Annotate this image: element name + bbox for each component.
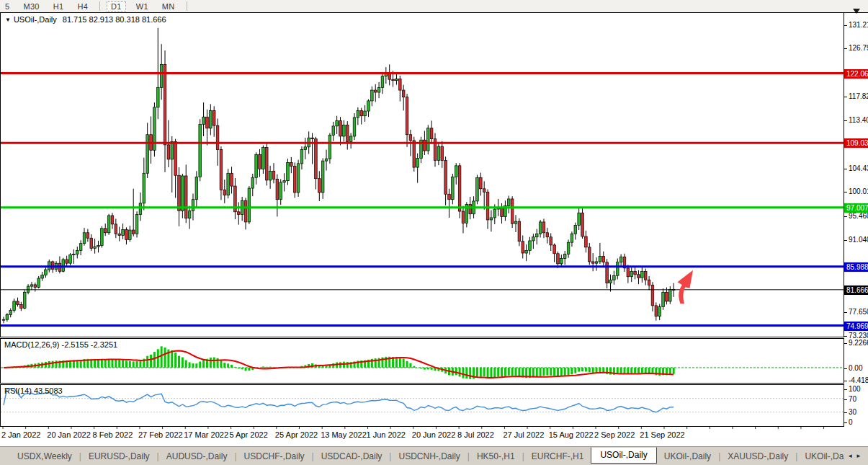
axis-tick-label: 100.010 [849,187,868,195]
macd-tick: -4.4188 [844,376,868,385]
timeframe-button-d1[interactable]: D1 [107,1,126,12]
chart-tab-eurchf-h1[interactable]: EURCHF-,H1 [524,450,591,463]
axis-tick-label: 9.2266 [849,339,868,347]
axis-tick-mark [844,336,847,337]
price-chart-pane[interactable]: ▼USOil-,Daily81.715 82.913 80.318 81.666 [0,12,844,337]
collapse-triangle-icon[interactable]: ▼ [5,17,11,23]
axis-tick-label: 104.430 [849,164,868,172]
timeframe-button-m30[interactable]: M30 [19,1,42,12]
macd-chart[interactable] [1,339,844,383]
chart-tabs-bar: USDX,Weekly|EURUSD-,Daily|AUDUSD-,Daily|… [0,446,868,465]
axis-tick-label: 117.820 [849,92,868,100]
candlestick-chart[interactable] [1,13,844,337]
date-label: 13 May 2022 [321,430,367,439]
axis-tick-label: 30 [849,408,856,416]
date-label: 1 Jun 2022 [366,430,405,439]
chart-tab-xauusd-daily[interactable]: XAUUSD-,Daily [720,450,795,463]
axis-tick-mark [844,97,847,97]
timeframe-button-mn[interactable]: MN [158,1,179,12]
time-axis[interactable]: 2 Jan 202220 Jan 20228 Feb 202227 Feb 20… [0,427,868,443]
date-label: 5 Apr 2022 [230,430,268,439]
axis-tick-mark [844,381,847,381]
chart-tab-usdcad-daily[interactable]: USDCAD-,Daily [314,450,390,463]
macd-tick: 9.2266 [844,339,868,347]
price-tick: 104.430 [844,164,868,173]
price-tick: 113.400 [844,116,868,125]
axis-tick-label: 95.460 [849,212,868,220]
rsi-label: RSI(14) 43.5083 [4,386,63,395]
axis-tick-label: 70 [849,395,856,403]
axis-tick-mark [844,216,847,217]
price-tick: 95.460 [844,212,868,221]
date-label: 21 Sep 2022 [640,430,684,439]
date-label: 17 Mar 2022 [184,430,228,439]
axis-tick-label: 0.00 [849,364,862,372]
chart-tab-usoil-daily[interactable]: USOil-,Daily [591,447,656,464]
price-tick: 117.820 [844,92,868,101]
toolbar-separator [99,1,100,11]
chart-symbol-label: USOil-,Daily [14,15,57,24]
date-label: 2 Sep 2022 [594,430,635,439]
date-label: 2 Jan 2022 [1,430,40,439]
chart-title: ▼USOil-,Daily81.715 82.913 80.318 81.666 [5,15,166,24]
toolbar-separator [187,1,187,11]
price-tick: 126.790 [844,44,868,53]
axis-tick-mark [844,25,847,26]
price-tick: 91.040 [844,236,868,244]
axis-tick-mark [844,240,847,241]
axis-tick-label: 91.040 [849,236,868,244]
axis-tick-mark [844,48,847,49]
chart-tab-usdx-weekly[interactable]: USDX,Weekly [10,450,79,463]
rsi-indicator-pane[interactable]: RSI(14) 43.5083 [0,384,844,427]
date-label: 15 Aug 2022 [549,430,594,439]
axis-tick-label: 0 [849,418,853,426]
tab-scroll-right-icon[interactable]: ► [856,453,864,459]
timeframe-button-5[interactable]: 5 [1,1,13,12]
chart-tab-audusd-daily[interactable]: AUDUSD-,Daily [159,450,235,463]
axis-tick-mark [844,389,847,390]
axis-tick-mark [844,192,847,192]
axis-tick-label: 100 [849,385,861,393]
price-level-badge: 122.066 [844,69,868,79]
rsi-chart[interactable] [1,385,844,426]
price-level-badge: 81.666 [844,285,868,295]
axis-tick-label: 126.790 [849,44,868,52]
chart-tab-hk50-h1[interactable]: HK50-,H1 [470,450,522,463]
timeframe-button-w1[interactable]: W1 [133,1,152,12]
date-label: 8 Feb 2022 [93,430,133,439]
chart-tab-ukoil-daily[interactable]: UKOil-,Daily [657,450,718,463]
chart-tab-eurusd-daily[interactable]: EURUSD-,Daily [81,450,157,463]
macd-indicator-pane[interactable]: MACD(12,26,9) -2.5155 -2.3251 [0,338,844,384]
axis-tick-label: -4.4188 [849,376,868,384]
macd-tick: 0.00 [844,364,862,373]
timeframe-button-h4[interactable]: H4 [73,1,91,12]
price-tick: 77.650 [844,308,868,316]
timeframe-button-h1[interactable]: H1 [50,1,68,12]
price-tick: 100.010 [844,187,868,196]
axis-tick-mark [844,412,847,413]
rsi-tick: 70 [844,395,856,404]
axis-tick-mark [844,422,847,423]
chart-tab-usdcnh-daily[interactable]: USDCNH-,Daily [391,450,467,463]
chart-tab-usdchf-daily[interactable]: USDCHF-,Daily [237,450,312,463]
tab-scroll-arrows: ◄► [847,453,864,459]
chart-tab-ukoil-da[interactable]: UKOil-,Da [797,450,851,463]
price-tick: 131.210 [844,21,868,30]
price-scale[interactable]: 131.210126.790117.820113.400104.430100.0… [844,12,868,427]
mt4-window: 5M30H1H4D1W1MN ▼USOil-,Daily81.715 82.91… [0,0,868,465]
axis-tick-label: 131.210 [849,21,868,29]
axis-tick-label: 113.400 [849,116,868,124]
date-label: 27 Jul 2022 [503,430,544,439]
axis-tick-mark [844,312,847,313]
macd-label: MACD(12,26,9) -2.5155 -2.3251 [4,340,117,349]
axis-tick-mark [844,120,847,121]
date-label: 20 Jun 2022 [412,430,456,439]
date-label: 25 Apr 2022 [275,430,318,439]
date-label: 27 Feb 2022 [138,430,183,439]
axis-tick-mark [844,169,847,169]
tab-scroll-left-icon[interactable]: ◄ [847,453,856,459]
date-label: 20 Jan 2022 [47,430,91,439]
price-level-badge: 85.988 [844,262,868,272]
bullish-arrow-annotation[interactable] [678,270,694,304]
rsi-tick: 0 [844,418,853,427]
